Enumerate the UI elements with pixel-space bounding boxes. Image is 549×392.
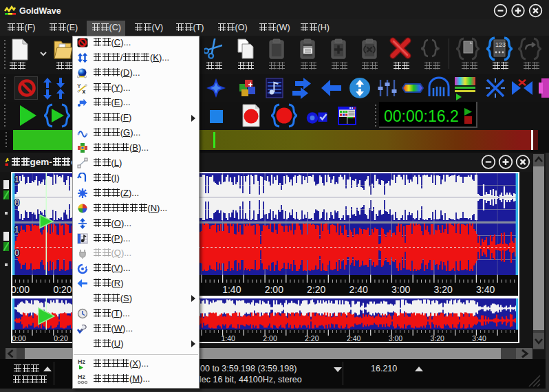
svg-text:3:00: 3:00 xyxy=(391,284,410,295)
svg-text:0:20: 0:20 xyxy=(54,334,68,342)
svg-text:Hz: Hz xyxy=(78,358,85,365)
svg-text:0:20: 0:20 xyxy=(53,284,72,295)
svg-text:0: 0 xyxy=(14,248,19,258)
svg-text:0:00: 0:00 xyxy=(12,284,30,295)
svg-text:Hz: Hz xyxy=(78,373,85,380)
svg-text:0: 0 xyxy=(14,198,19,208)
svg-text:0:00: 0:00 xyxy=(12,334,26,342)
svg-text:3:40: 3:40 xyxy=(476,284,495,295)
svg-text:1:40: 1:40 xyxy=(222,284,241,295)
svg-text:3:20: 3:20 xyxy=(434,284,453,295)
svg-text:2:40: 2:40 xyxy=(347,334,361,342)
svg-text:2:40: 2:40 xyxy=(349,284,368,295)
svg-text:Y: Y xyxy=(77,83,81,89)
svg-text:3:00: 3:00 xyxy=(389,334,403,342)
svg-text:2:20: 2:20 xyxy=(307,284,325,295)
svg-text:3:20: 3:20 xyxy=(431,334,445,342)
svg-text:123: 123 xyxy=(495,41,506,48)
svg-text:2:20: 2:20 xyxy=(305,334,319,342)
svg-text:x: x xyxy=(83,88,86,94)
svg-text:2:00: 2:00 xyxy=(263,334,277,342)
svg-text:1: 1 xyxy=(14,175,19,184)
svg-text:3:40: 3:40 xyxy=(472,334,486,342)
svg-text:2:00: 2:00 xyxy=(265,284,283,295)
svg-text:1: 1 xyxy=(14,225,19,235)
svg-text:1:40: 1:40 xyxy=(222,334,236,342)
